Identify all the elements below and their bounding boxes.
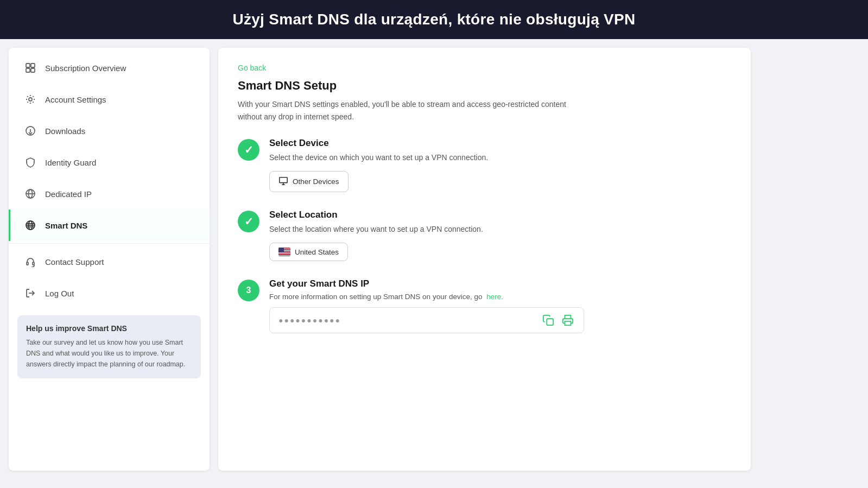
page-description: With your Smart DNS settings enabled, yo… [238,98,574,123]
svg-rect-3 [31,68,35,72]
main-layout: Subscription Overview Account Settings D… [0,39,868,479]
top-banner: Użyj Smart DNS dla urządzeń, które nie o… [0,0,868,39]
sidebar-item-subscription-overview[interactable]: Subscription Overview [9,52,210,84]
sidebar-item-downloads[interactable]: Downloads [9,115,210,147]
right-spacer [751,48,859,471]
headset-icon [23,255,37,269]
step-select-device: ✓ Select Device Select the device on whi… [238,138,731,192]
sidebar-item-contact-support[interactable]: Contact Support [9,246,210,277]
gear-icon [23,92,37,106]
step1-icon: ✓ [238,139,259,161]
sidebar-item-dedicated-ip[interactable]: Dedicated IP [9,178,210,210]
step3-title: Get your Smart DNS IP [269,278,731,289]
sidebar-item-account-settings[interactable]: Account Settings [9,84,210,115]
svg-rect-15 [33,262,34,265]
svg-point-4 [29,98,32,101]
print-dns-button[interactable] [561,313,575,327]
location-label: United States [295,248,339,256]
step2-description: Select the location where you want to se… [269,224,731,235]
other-devices-button[interactable]: Other Devices [269,171,349,192]
svg-rect-17 [280,178,287,183]
sidebar-label-subscription-overview: Subscription Overview [45,64,126,73]
banner-text: Użyj Smart DNS dla urządzeń, które nie o… [232,11,635,28]
svg-rect-14 [27,262,28,265]
sidebar-item-smart-dns[interactable]: Smart DNS [9,210,210,241]
svg-rect-2 [26,68,30,72]
logout-icon [23,286,37,300]
sidebar-label-identity-guard: Identity Guard [45,158,96,167]
sidebar-help-text: Take our survey and let us know how you … [26,337,192,370]
sidebar-label-contact-support: Contact Support [45,257,104,267]
dns-ip-row: ●●●●●●●●●●● [269,307,584,333]
flag-us-icon [278,248,290,256]
step2-title: Select Location [269,210,731,220]
checkmark2-icon: ✓ [244,215,254,228]
page-title: Smart DNS Setup [238,79,731,93]
copy-dns-button[interactable] [541,313,555,327]
content-area: Go back Smart DNS Setup With your Smart … [218,48,751,471]
grid-icon [23,61,37,75]
shield-icon [23,155,37,169]
step-select-location: ✓ Select Location Select the location wh… [238,210,731,261]
svg-rect-20 [547,319,553,325]
checkmark-icon: ✓ [244,143,254,156]
step3-note-text: For more information on setting up Smart… [269,293,482,301]
step3-content: Get your Smart DNS IP For more informati… [269,278,731,333]
sidebar-divider [9,243,210,244]
dns-actions [541,313,575,327]
step2-content: Select Location Select the location wher… [269,210,731,261]
download-icon [23,124,37,138]
step1-content: Select Device Select the device on which… [269,138,731,192]
go-back-link[interactable]: Go back [238,64,266,72]
other-devices-label: Other Devices [293,178,339,186]
sidebar-item-identity-guard[interactable]: Identity Guard [9,147,210,178]
sidebar-help-title: Help us improve Smart DNS [26,324,192,333]
location-button[interactable]: United States [269,243,348,261]
globe-dns-icon [23,218,37,232]
step3-note-link[interactable]: here. [486,293,503,301]
sidebar-help-box: Help us improve Smart DNS Take our surve… [17,315,201,378]
sidebar-item-log-out[interactable]: Log Out [9,277,210,309]
step2-icon: ✓ [238,211,259,232]
monitor-icon [278,176,288,187]
step3-number: 3 [246,286,251,295]
step1-title: Select Device [269,138,731,149]
sidebar-label-downloads: Downloads [45,126,85,136]
sidebar-label-account-settings: Account Settings [45,95,106,104]
sidebar: Subscription Overview Account Settings D… [9,48,210,471]
sidebar-label-dedicated-ip: Dedicated IP [45,189,92,199]
svg-rect-21 [565,321,571,325]
dns-ip-value: ●●●●●●●●●●● [278,316,535,325]
globe-icon [23,187,37,201]
step1-description: Select the device on which you want to s… [269,152,731,163]
sidebar-label-log-out: Log Out [45,289,74,298]
step-get-dns-ip: 3 Get your Smart DNS IP For more informa… [238,278,731,333]
svg-rect-0 [26,64,30,67]
sidebar-label-smart-dns: Smart DNS [45,221,87,230]
step3-note: For more information on setting up Smart… [269,293,731,301]
step3-icon: 3 [238,280,259,301]
svg-rect-1 [31,64,35,67]
